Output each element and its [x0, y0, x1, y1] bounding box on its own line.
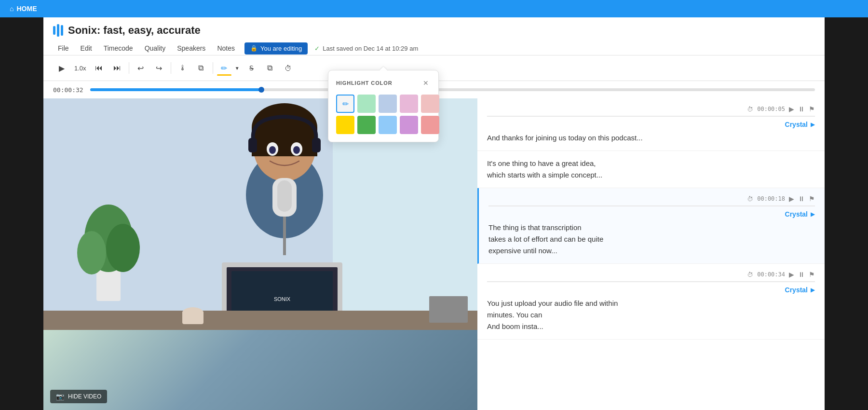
segment-time-1: 00:00:05 — [757, 106, 785, 112]
color-swatch-light-blue[interactable] — [379, 95, 397, 113]
menu-edit[interactable]: Edit — [76, 41, 97, 55]
transcript-text-8[interactable]: minutes. You can — [487, 309, 815, 321]
editing-badge: 🔒 You are editing — [244, 42, 308, 55]
segment-meta-3: ⏱ 00:00:18 ▶ ⏸ ⚑ — [488, 195, 815, 203]
duplicate-button[interactable]: ⧉ — [261, 59, 279, 77]
color-swatch-blue[interactable] — [379, 116, 397, 134]
pause-icon-4[interactable]: ⏸ — [798, 271, 805, 278]
video-panel: SONIX 📷 HIDE VIDEO — [43, 98, 477, 410]
transcript-text-9[interactable]: And boom insta... — [487, 321, 815, 332]
home-icon: ⌂ — [10, 5, 14, 13]
speed-button[interactable]: 1.0x — [71, 59, 89, 77]
color-swatch-light-pink[interactable] — [400, 95, 418, 113]
body-area: SONIX 📷 HIDE VIDEO ⏱ — [43, 98, 825, 410]
color-swatch-purple[interactable] — [400, 116, 418, 134]
progress-bar[interactable] — [90, 88, 815, 91]
svg-rect-25 — [182, 311, 203, 324]
pen-icon: ✏ — [342, 99, 349, 109]
editor-header: Sonix: fast, easy, accurate File Edit Ti… — [43, 17, 825, 55]
home-label: HOME — [16, 5, 37, 13]
color-swatch-light-green[interactable] — [357, 95, 376, 113]
hide-video-button[interactable]: 📷 HIDE VIDEO — [50, 390, 107, 403]
redo-button[interactable]: ↪ — [150, 59, 168, 77]
highlight-button-group: ✏ ▼ — [216, 59, 242, 77]
transcript-segment-3: ⏱ 00:00:18 ▶ ⏸ ⚑ Crystal ▶ The thing is … — [477, 188, 825, 264]
svg-rect-9 — [252, 127, 317, 156]
clock-button[interactable]: ⏱ — [280, 59, 297, 77]
editing-label: You are editing — [260, 45, 302, 52]
highlight-color-popup: HIGHLIGHT COLOR ✕ ✏ — [328, 70, 439, 142]
svg-rect-14 — [248, 138, 257, 152]
segment-meta-4: ⏱ 00:00:34 ▶ ⏸ ⚑ — [487, 271, 815, 278]
speaker-name-3[interactable]: Crystal — [785, 210, 808, 218]
transcript-text-7[interactable]: You just upload your audio file and with… — [487, 298, 815, 309]
segment-meta-1: ⏱ 00:00:05 ▶ ⏸ ⚑ — [487, 105, 815, 113]
speaker-divider-3 — [488, 205, 815, 206]
color-swatch-pen[interactable]: ✏ — [336, 95, 354, 113]
logo-bar-1 — [53, 26, 55, 35]
undo-button[interactable]: ↩ — [132, 59, 149, 77]
popup-close-button[interactable]: ✕ — [421, 78, 431, 88]
speaker-row-1: Crystal ▶ — [487, 121, 815, 128]
play-button[interactable]: ▶ — [53, 59, 70, 77]
highlight-dropdown-button[interactable]: ▼ — [232, 59, 242, 77]
speaker-name-4[interactable]: Crystal — [785, 286, 808, 294]
play-icon-1[interactable]: ▶ — [789, 105, 794, 113]
transcript-text-6[interactable]: expensive until now... — [488, 245, 815, 257]
highlight-pen-icon: ✏ — [221, 64, 227, 73]
logo-bar-3 — [61, 25, 63, 36]
pause-icon-3[interactable]: ⏸ — [798, 195, 805, 203]
svg-point-13 — [293, 146, 300, 154]
popup-title: HIGHLIGHT COLOR — [336, 80, 392, 86]
color-swatch-green[interactable] — [357, 116, 376, 134]
speaker-divider-1 — [487, 116, 815, 117]
menu-speakers[interactable]: Speakers — [172, 41, 210, 55]
logo-bar-2 — [57, 24, 59, 37]
color-swatch-red[interactable] — [421, 116, 439, 134]
pause-icon-1[interactable]: ⏸ — [798, 105, 805, 113]
speaker-name-1[interactable]: Crystal — [785, 121, 808, 128]
current-timestamp: 00:00:32 — [53, 86, 83, 94]
transcript-segment-4: ⏱ 00:00:34 ▶ ⏸ ⚑ Crystal ▶ You just uplo… — [477, 264, 825, 340]
rewind-button[interactable]: ⏮ — [90, 59, 108, 77]
progress-handle[interactable] — [258, 87, 264, 93]
transcript-text-4[interactable]: The thing is that transcription — [488, 222, 815, 233]
flag-icon-1[interactable]: ⚑ — [809, 105, 815, 113]
transcript-text-1[interactable]: And thanks for joining us today on this … — [487, 132, 815, 144]
strikethrough-button[interactable]: S̶ — [243, 59, 260, 77]
flag-icon-3[interactable]: ⚑ — [809, 195, 815, 203]
play-icon-3[interactable]: ▶ — [789, 195, 794, 203]
transcript-segment-1: ⏱ 00:00:05 ▶ ⏸ ⚑ Crystal ▶ And thanks fo… — [477, 98, 825, 151]
speaker-divider-4 — [487, 281, 815, 282]
video-placeholder: SONIX — [43, 98, 477, 410]
toolbar-divider-3 — [213, 62, 213, 74]
video-slash-icon: 📷 — [56, 393, 64, 400]
menu-quality[interactable]: Quality — [140, 41, 171, 55]
play-icon-4[interactable]: ▶ — [789, 271, 794, 278]
svg-point-12 — [269, 146, 276, 154]
menu-file[interactable]: File — [53, 41, 74, 55]
menu-notes[interactable]: Notes — [212, 41, 240, 55]
speaker-arrow-4: ▶ — [811, 287, 815, 293]
temperature-button[interactable]: 🌡 — [174, 59, 191, 77]
home-link[interactable]: ⌂ HOME — [10, 5, 37, 13]
transcript-text-5[interactable]: takes a lot of effort and can be quite — [488, 233, 815, 245]
highlight-button[interactable]: ✏ — [216, 59, 232, 77]
page-title: Sonix: fast, easy, accurate — [68, 24, 201, 37]
svg-rect-18 — [283, 217, 286, 255]
speaker-row-4: Crystal ▶ — [487, 286, 815, 294]
lock-icon: 🔒 — [250, 45, 258, 52]
color-swatch-yellow[interactable] — [336, 116, 354, 134]
svg-point-5 — [106, 224, 140, 272]
color-swatch-light-rose[interactable] — [421, 95, 439, 113]
transcript-text-2[interactable]: It's one thing to have a great idea, — [487, 158, 815, 169]
fast-forward-button[interactable]: ⏭ — [108, 59, 126, 77]
title-row: Sonix: fast, easy, accurate — [53, 24, 815, 37]
menu-timecode[interactable]: Timecode — [99, 41, 138, 55]
flag-icon-4[interactable]: ⚑ — [809, 271, 815, 278]
toolbar-divider-2 — [171, 62, 171, 74]
hide-video-label: HIDE VIDEO — [68, 393, 101, 400]
copy-button[interactable]: ⧉ — [192, 59, 210, 77]
svg-rect-15 — [312, 138, 321, 152]
transcript-text-3[interactable]: which starts with a simple concept... — [487, 169, 815, 181]
